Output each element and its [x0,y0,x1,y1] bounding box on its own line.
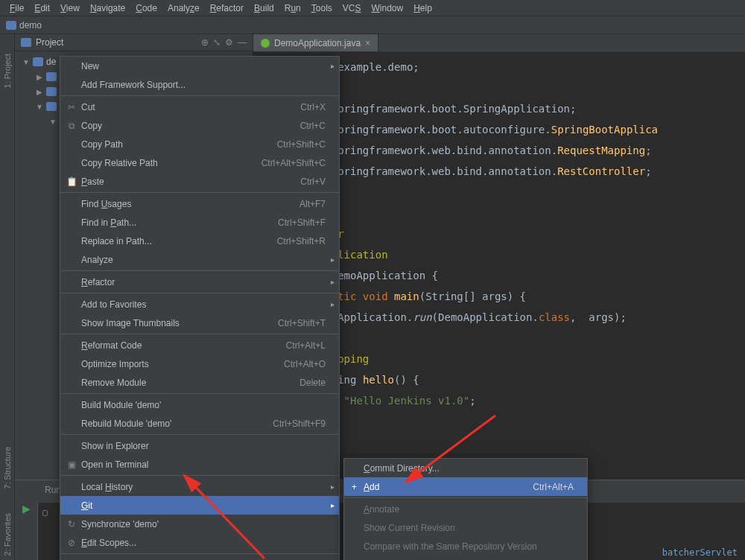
servlet-text: batcherServlet [662,547,738,558]
spring-icon [261,39,270,48]
ctx-refactor[interactable]: Refactor▸ [60,273,339,291]
context-menu: New▸Add Framework Support...✂CutCtrl+X⧉C… [60,56,340,560]
ctx-rebuild-module-demo-[interactable]: Rebuild Module 'demo'Ctrl+Shift+F9 [60,414,339,433]
ctx-replace-in-path-[interactable]: Replace in Path...Ctrl+Shift+R [60,232,339,250]
ctx-analyze[interactable]: Analyze▸ [60,250,339,269]
git-submenu: Commit Directory...+AddCtrl+Alt+AAnnotat… [343,458,588,560]
run-console-icon[interactable]: ▢ [42,507,48,518]
gutter-favorites[interactable]: 2: Favorites [3,509,12,560]
menu-build[interactable]: Build [249,1,279,15]
git-annotate: Annotate [344,500,587,518]
ctx-find-usages[interactable]: Find UsagesAlt+F7 [60,194,339,213]
menu-tools[interactable]: Tools [306,1,337,15]
settings-icon[interactable]: ⚙ [225,37,233,48]
ctx-copy[interactable]: ⧉CopyCtrl+C [60,116,339,135]
gutter-project[interactable]: 1: Project [3,49,12,92]
ctx-copy-path[interactable]: Copy PathCtrl+Shift+C [60,135,339,153]
editor-tabs: DemoApplication.java × [253,34,745,52]
menu-vcs[interactable]: VCS [337,1,367,15]
ctx-cut[interactable]: ✂CutCtrl+X [60,98,339,116]
panel-folder-icon [21,38,31,47]
ctx-git[interactable]: Git▸ [60,496,339,515]
project-panel-title: Project [36,37,197,48]
breadcrumb-project: demo [19,20,42,31]
ctx-new[interactable]: New▸ [60,57,339,75]
ctx-add-framework-support-[interactable]: Add Framework Support... [60,75,339,94]
gutter-structure[interactable]: 7: Structure [3,442,12,494]
menu-code[interactable]: Code [130,1,162,15]
ctx-paste[interactable]: 📋PasteCtrl+V [60,172,339,191]
menu-navigate[interactable]: Navigate [85,1,130,15]
breadcrumb: demo [0,16,745,34]
ctx-open-in-terminal[interactable]: ▣Open in Terminal [60,455,339,474]
menu-refactor[interactable]: Refactor [205,1,249,15]
ctx-remove-module[interactable]: Remove ModuleDelete [60,373,339,392]
git-commit-directory-[interactable]: Commit Directory... [344,459,587,477]
tab-label: DemoApplication.java [274,38,361,48]
git-compare-with-the-same-repository-version: Compare with the Same Repository Version [344,537,587,556]
folder-icon [6,21,16,30]
git-add[interactable]: +AddCtrl+Alt+A [344,477,587,496]
menu-edit[interactable]: Edit [29,1,55,15]
git-compare-with-: Compare with... [344,556,587,560]
ctx-show-in-explorer[interactable]: Show in Explorer [60,436,339,455]
ctx-copy-relative-path[interactable]: Copy Relative PathCtrl+Alt+Shift+C [60,153,339,172]
menu-view[interactable]: View [55,1,85,15]
menu-window[interactable]: Window [366,1,408,15]
ctx-show-image-thumbnails[interactable]: Show Image ThumbnailsCtrl+Shift+T [60,314,339,332]
menu-analyze[interactable]: Analyze [162,1,205,15]
ctx-add-to-favorites[interactable]: Add to Favorites▸ [60,295,339,314]
collapse-icon[interactable]: ⤡ [213,37,221,48]
hide-icon[interactable]: — [238,37,247,48]
ctx-directory-path[interactable]: Directory PathCtrl+Alt+F12 [60,556,339,560]
play-icon[interactable]: ▶ [22,503,31,515]
ctx-local-history[interactable]: Local History▸ [60,477,339,496]
ctx-reformat-code[interactable]: Reformat CodeCtrl+Alt+L [60,336,339,354]
git-show-current-revision: Show Current Revision [344,518,587,537]
ctx-optimize-imports[interactable]: Optimize ImportsCtrl+Alt+O [60,354,339,373]
ctx-find-in-path-[interactable]: Find in Path...Ctrl+Shift+F [60,213,339,232]
left-gutter: 1: Project 7: Structure 2: Favorites [0,34,15,560]
editor-tab-demoapplication[interactable]: DemoApplication.java × [253,34,378,51]
menu-file[interactable]: File [4,1,29,15]
tree-root: de [46,57,56,67]
menubar: File Edit View Navigate Code Analyze Ref… [0,0,745,16]
ctx-synchronize-demo-[interactable]: ↻Synchronize 'demo' [60,515,339,533]
ctx-edit-scopes-[interactable]: ⊘Edit Scopes... [60,533,339,552]
menu-help[interactable]: Help [408,1,437,15]
autoscroll-icon[interactable]: ⊕ [201,37,209,48]
ctx-build-module-demo-[interactable]: Build Module 'demo' [60,395,339,414]
menu-run[interactable]: Run [279,1,306,15]
close-icon[interactable]: × [365,38,370,48]
